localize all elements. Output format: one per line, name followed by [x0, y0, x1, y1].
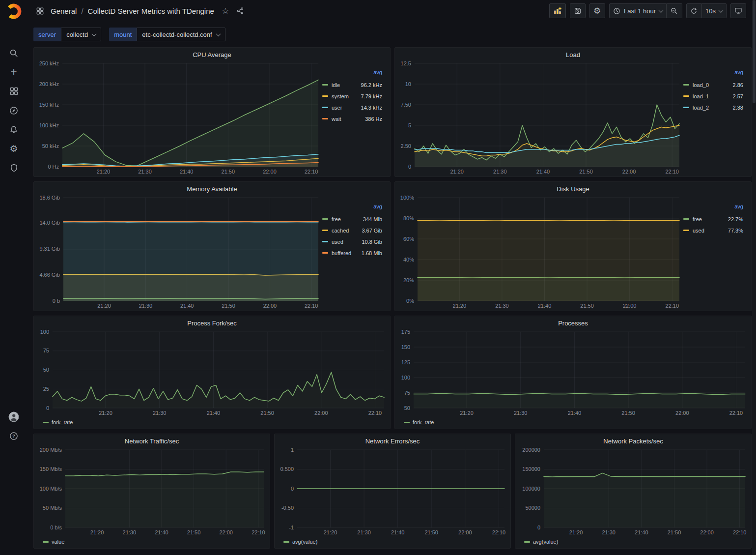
alerting-bell-icon[interactable] — [4, 120, 24, 139]
dashboard-variables: server collectd mount etc-collectd-colle… — [28, 22, 756, 43]
panel-title[interactable]: Memory Available — [34, 182, 390, 194]
legend-item[interactable]: avg(value) — [283, 539, 317, 545]
legend-item[interactable]: avg(value) — [524, 539, 558, 545]
series-name: value — [52, 539, 64, 545]
panel-title[interactable]: Load — [395, 48, 751, 59]
legend-item[interactable]: load_02.86 — [683, 79, 743, 90]
grafana-logo[interactable] — [5, 3, 22, 20]
legend-item[interactable]: cached3.67 Gib — [322, 225, 382, 236]
refresh-button[interactable] — [686, 3, 702, 18]
legend-item[interactable]: value — [43, 539, 64, 545]
network-errors-chart[interactable]: -1-0.5000.500121:2021:3021:4021:5022:002… — [277, 446, 508, 537]
scrollbar-thumb[interactable] — [753, 0, 756, 103]
star-dashboard-button[interactable]: ☆ — [219, 4, 232, 17]
legend-item[interactable]: used77.3% — [683, 225, 743, 236]
svg-text:22:00: 22:00 — [700, 529, 714, 535]
svg-text:?: ? — [12, 434, 15, 438]
process-fork-chart[interactable]: 025507510021:2021:3021:4021:5022:0022:10 — [36, 328, 388, 418]
legend-item[interactable]: system7.79 kHz — [322, 90, 382, 102]
svg-text:100 Mb/s: 100 Mb/s — [40, 486, 62, 492]
svg-text:21:20: 21:20 — [450, 169, 464, 175]
sidebar-menu: + ⚙ — [4, 43, 24, 177]
panel-network-errors: Network Errors/sec -1-0.5000.500121:2021… — [274, 434, 511, 549]
processes-chart[interactable]: 507510012515017521:2021:3021:4021:5022:0… — [397, 328, 749, 418]
legend-avg-header[interactable]: avg — [322, 204, 382, 213]
legend-item[interactable]: user14.3 kHz — [322, 102, 382, 113]
sidebar-bottom: ? — [0, 407, 28, 445]
variable-mount-value-dropdown[interactable]: etc-collectd-collectd.conf — [137, 28, 225, 41]
load-chart[interactable]: 02.5057.501012.521:2021:3021:4021:5022:0… — [397, 59, 683, 176]
time-range-picker[interactable]: Last 1 hour — [609, 3, 667, 18]
share-dashboard-button[interactable] — [234, 4, 247, 17]
help-icon[interactable]: ? — [4, 426, 24, 445]
toolbar: ⚙ Last 1 hour 10s — [545, 3, 746, 18]
legend-item[interactable]: wait386 Hz — [322, 113, 382, 124]
variable-server[interactable]: server collectd — [33, 28, 101, 41]
series-avg-value: 386 Hz — [365, 116, 382, 122]
panel-title[interactable]: Process Fork/sec — [34, 316, 390, 328]
legend-item[interactable]: buffered1.68 Mib — [322, 247, 382, 259]
series-avg-value: 96.2 kHz — [361, 82, 382, 88]
panel-title[interactable]: CPU Average — [34, 48, 390, 59]
panel-title[interactable]: Network Errors/sec — [275, 434, 510, 446]
legend-item[interactable]: load_12.57 — [683, 90, 743, 102]
variable-server-label: server — [33, 28, 61, 41]
legend-item[interactable]: fork_rate — [404, 419, 434, 425]
user-avatar[interactable] — [4, 407, 24, 426]
series-avg-value: 1.68 Mib — [362, 250, 382, 256]
svg-text:0: 0 — [46, 405, 49, 411]
legend-avg-header[interactable]: avg — [683, 69, 743, 79]
search-icon[interactable] — [4, 43, 24, 62]
legend-item[interactable]: free344 Mib — [322, 213, 382, 225]
network-traffic-chart[interactable]: 0 b/s50 Mb/s100 Mb/s150 Mb/s200 Mb/s21:2… — [36, 446, 268, 537]
svg-text:100: 100 — [40, 329, 49, 335]
series-color-swatch — [43, 541, 49, 543]
svg-text:0 Hz: 0 Hz — [48, 164, 59, 170]
add-panel-button[interactable] — [549, 3, 566, 18]
svg-text:1: 1 — [291, 447, 294, 453]
series-color-swatch — [43, 422, 49, 423]
server-admin-shield-icon[interactable] — [4, 158, 24, 177]
cpu-average-chart[interactable]: 0 Hz50 kHz100 kHz150 kHz200 kHz250 kHz21… — [36, 59, 322, 176]
series-avg-value: 2.38 — [733, 105, 743, 111]
cycle-view-mode-button[interactable] — [730, 3, 746, 18]
network-errors-legend: avg(value) — [277, 537, 508, 548]
dashboards-icon[interactable] — [4, 82, 24, 101]
panel-title[interactable]: Network Traffic/sec — [34, 434, 270, 446]
legend-item[interactable]: load_22.38 — [683, 102, 743, 113]
breadcrumb-section[interactable]: General — [51, 7, 77, 15]
variable-mount[interactable]: mount etc-collectd-collectd.conf — [109, 28, 225, 41]
legend-avg-header[interactable]: avg — [322, 69, 382, 79]
variable-server-value-dropdown[interactable]: collectd — [61, 28, 101, 41]
create-plus-icon[interactable]: + — [4, 62, 24, 82]
configuration-gear-icon[interactable]: ⚙ — [4, 139, 24, 158]
svg-text:22:00: 22:00 — [263, 169, 277, 175]
explore-compass-icon[interactable] — [4, 101, 24, 120]
legend-item[interactable]: free22.7% — [683, 213, 743, 225]
series-name: buffered — [332, 250, 351, 256]
dashboard-settings-button[interactable]: ⚙ — [589, 3, 605, 18]
svg-text:200000: 200000 — [522, 447, 540, 453]
save-dashboard-button[interactable] — [570, 3, 586, 18]
panel-title[interactable]: Network Packets/sec — [515, 434, 751, 446]
panel-title[interactable]: Processes — [395, 316, 751, 328]
zoom-out-button[interactable] — [667, 3, 682, 18]
legend-avg-header[interactable]: avg — [683, 204, 743, 213]
series-name: fork_rate — [52, 419, 73, 425]
svg-text:21:50: 21:50 — [424, 529, 438, 535]
refresh-interval-picker[interactable]: 10s — [702, 3, 727, 18]
legend-item[interactable]: fork_rate — [43, 419, 73, 425]
page-scrollbar[interactable] — [752, 0, 756, 555]
panel-title[interactable]: Disk Usage — [395, 182, 751, 194]
svg-text:2.50: 2.50 — [401, 143, 411, 149]
svg-text:21:30: 21:30 — [139, 303, 153, 309]
svg-text:20%: 20% — [403, 277, 414, 283]
disk-usage-chart[interactable]: 0%20%40%60%80%100%21:2021:3021:4021:5022… — [397, 194, 683, 311]
legend-item[interactable]: idle96.2 kHz — [322, 79, 382, 90]
network-packets-chart[interactable]: 05000010000015000020000021:2021:3021:402… — [517, 446, 749, 537]
svg-text:10: 10 — [405, 81, 411, 87]
memory-available-chart[interactable]: 0 b4.66 Gib9.31 Gib14.0 Gib18.6 Gib21:20… — [36, 194, 322, 311]
breadcrumb: General / CollectD Server Metrics with T… — [33, 4, 214, 17]
legend-item[interactable]: used10.8 Gib — [322, 236, 382, 247]
svg-text:22:10: 22:10 — [665, 169, 679, 175]
